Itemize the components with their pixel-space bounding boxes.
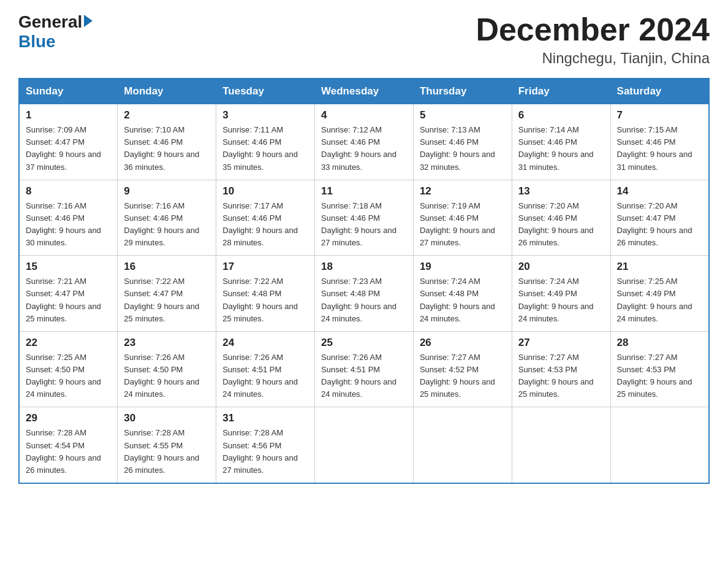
- day-info: Sunrise: 7:09 AMSunset: 4:47 PMDaylight:…: [26, 124, 111, 174]
- day-info: Sunrise: 7:13 AMSunset: 4:46 PMDaylight:…: [420, 124, 506, 174]
- day-info: Sunrise: 7:14 AMSunset: 4:46 PMDaylight:…: [518, 124, 604, 174]
- calendar-cell: [413, 407, 512, 483]
- calendar-cell: 9Sunrise: 7:16 AMSunset: 4:46 PMDaylight…: [118, 180, 216, 256]
- day-number: 1: [26, 109, 111, 121]
- calendar-cell: 22Sunrise: 7:25 AMSunset: 4:50 PMDayligh…: [19, 331, 118, 407]
- day-info: Sunrise: 7:25 AMSunset: 4:49 PMDaylight:…: [617, 275, 702, 325]
- day-number: 31: [222, 412, 308, 424]
- header-tuesday: Tuesday: [216, 79, 315, 104]
- calendar-cell: 2Sunrise: 7:10 AMSunset: 4:46 PMDaylight…: [118, 104, 216, 180]
- day-number: 14: [617, 185, 702, 197]
- day-number: 19: [420, 261, 506, 273]
- day-info: Sunrise: 7:16 AMSunset: 4:46 PMDaylight:…: [124, 200, 210, 250]
- calendar-week-row: 1Sunrise: 7:09 AMSunset: 4:47 PMDaylight…: [19, 104, 709, 180]
- calendar-cell: 15Sunrise: 7:21 AMSunset: 4:47 PMDayligh…: [19, 256, 118, 332]
- day-info: Sunrise: 7:25 AMSunset: 4:50 PMDaylight:…: [26, 351, 111, 401]
- day-info: Sunrise: 7:22 AMSunset: 4:48 PMDaylight:…: [222, 275, 308, 325]
- day-number: 9: [124, 185, 210, 197]
- day-number: 21: [617, 261, 702, 273]
- day-number: 5: [420, 109, 506, 121]
- title-block: December 2024 Ningchegu, Tianjin, China: [476, 12, 710, 67]
- calendar-cell: 10Sunrise: 7:17 AMSunset: 4:46 PMDayligh…: [216, 180, 315, 256]
- calendar-cell: 4Sunrise: 7:12 AMSunset: 4:46 PMDaylight…: [315, 104, 414, 180]
- day-number: 2: [124, 109, 210, 121]
- calendar-week-row: 15Sunrise: 7:21 AMSunset: 4:47 PMDayligh…: [19, 256, 709, 332]
- calendar-cell: 21Sunrise: 7:25 AMSunset: 4:49 PMDayligh…: [610, 256, 709, 332]
- calendar-cell: 12Sunrise: 7:19 AMSunset: 4:46 PMDayligh…: [413, 180, 512, 256]
- day-info: Sunrise: 7:28 AMSunset: 4:55 PMDaylight:…: [124, 427, 210, 477]
- calendar-cell: 28Sunrise: 7:27 AMSunset: 4:53 PMDayligh…: [610, 331, 709, 407]
- day-number: 27: [518, 337, 604, 349]
- calendar-week-row: 22Sunrise: 7:25 AMSunset: 4:50 PMDayligh…: [19, 331, 709, 407]
- calendar-cell: 1Sunrise: 7:09 AMSunset: 4:47 PMDaylight…: [19, 104, 118, 180]
- day-info: Sunrise: 7:16 AMSunset: 4:46 PMDaylight:…: [26, 200, 111, 250]
- calendar-week-row: 8Sunrise: 7:16 AMSunset: 4:46 PMDaylight…: [19, 180, 709, 256]
- day-number: 30: [124, 412, 210, 424]
- day-info: Sunrise: 7:26 AMSunset: 4:51 PMDaylight:…: [321, 351, 407, 401]
- header-friday: Friday: [512, 79, 610, 104]
- calendar-cell: 29Sunrise: 7:28 AMSunset: 4:54 PMDayligh…: [19, 407, 118, 483]
- day-number: 15: [26, 261, 111, 273]
- day-number: 3: [222, 109, 308, 121]
- header-sunday: Sunday: [19, 79, 118, 104]
- calendar-cell: 8Sunrise: 7:16 AMSunset: 4:46 PMDaylight…: [19, 180, 118, 256]
- day-info: Sunrise: 7:24 AMSunset: 4:49 PMDaylight:…: [518, 275, 604, 325]
- header-thursday: Thursday: [413, 79, 512, 104]
- day-number: 10: [222, 185, 308, 197]
- month-title: December 2024: [476, 12, 710, 47]
- logo-blue-text: Blue: [18, 32, 56, 52]
- logo-general-text: General: [18, 12, 82, 32]
- day-info: Sunrise: 7:24 AMSunset: 4:48 PMDaylight:…: [420, 275, 506, 325]
- day-info: Sunrise: 7:10 AMSunset: 4:46 PMDaylight:…: [124, 124, 210, 174]
- day-info: Sunrise: 7:11 AMSunset: 4:46 PMDaylight:…: [222, 124, 308, 174]
- day-info: Sunrise: 7:21 AMSunset: 4:47 PMDaylight:…: [26, 275, 111, 325]
- calendar-cell: 5Sunrise: 7:13 AMSunset: 4:46 PMDaylight…: [413, 104, 512, 180]
- day-info: Sunrise: 7:23 AMSunset: 4:48 PMDaylight:…: [321, 275, 407, 325]
- header-monday: Monday: [118, 79, 216, 104]
- calendar-cell: 7Sunrise: 7:15 AMSunset: 4:46 PMDaylight…: [610, 104, 709, 180]
- calendar-cell: 25Sunrise: 7:26 AMSunset: 4:51 PMDayligh…: [315, 331, 414, 407]
- calendar-cell: [315, 407, 414, 483]
- calendar-cell: 23Sunrise: 7:26 AMSunset: 4:50 PMDayligh…: [118, 331, 216, 407]
- calendar-week-row: 29Sunrise: 7:28 AMSunset: 4:54 PMDayligh…: [19, 407, 709, 483]
- day-info: Sunrise: 7:27 AMSunset: 4:53 PMDaylight:…: [617, 351, 702, 401]
- day-number: 29: [26, 412, 111, 424]
- calendar-cell: 31Sunrise: 7:28 AMSunset: 4:56 PMDayligh…: [216, 407, 315, 483]
- calendar-cell: 11Sunrise: 7:18 AMSunset: 4:46 PMDayligh…: [315, 180, 414, 256]
- day-number: 7: [617, 109, 702, 121]
- day-number: 24: [222, 337, 308, 349]
- day-info: Sunrise: 7:28 AMSunset: 4:54 PMDaylight:…: [26, 427, 111, 477]
- day-number: 28: [617, 337, 702, 349]
- day-info: Sunrise: 7:26 AMSunset: 4:51 PMDaylight:…: [222, 351, 308, 401]
- calendar-cell: [610, 407, 709, 483]
- calendar-cell: 6Sunrise: 7:14 AMSunset: 4:46 PMDaylight…: [512, 104, 610, 180]
- day-number: 22: [26, 337, 111, 349]
- day-info: Sunrise: 7:27 AMSunset: 4:53 PMDaylight:…: [518, 351, 604, 401]
- day-number: 26: [420, 337, 506, 349]
- day-info: Sunrise: 7:22 AMSunset: 4:47 PMDaylight:…: [124, 275, 210, 325]
- day-number: 18: [321, 261, 407, 273]
- calendar-cell: 17Sunrise: 7:22 AMSunset: 4:48 PMDayligh…: [216, 256, 315, 332]
- calendar-cell: 30Sunrise: 7:28 AMSunset: 4:55 PMDayligh…: [118, 407, 216, 483]
- calendar-cell: 18Sunrise: 7:23 AMSunset: 4:48 PMDayligh…: [315, 256, 414, 332]
- calendar-cell: 19Sunrise: 7:24 AMSunset: 4:48 PMDayligh…: [413, 256, 512, 332]
- day-info: Sunrise: 7:28 AMSunset: 4:56 PMDaylight:…: [222, 427, 308, 477]
- day-number: 16: [124, 261, 210, 273]
- calendar-cell: 16Sunrise: 7:22 AMSunset: 4:47 PMDayligh…: [118, 256, 216, 332]
- page-header: General Blue December 2024 Ningchegu, Ti…: [18, 12, 710, 67]
- day-number: 4: [321, 109, 407, 121]
- day-number: 25: [321, 337, 407, 349]
- header-wednesday: Wednesday: [315, 79, 414, 104]
- logo-arrow-icon: [84, 15, 93, 27]
- day-info: Sunrise: 7:15 AMSunset: 4:46 PMDaylight:…: [617, 124, 702, 174]
- day-number: 13: [518, 185, 604, 197]
- calendar-cell: [512, 407, 610, 483]
- day-number: 23: [124, 337, 210, 349]
- calendar-cell: 13Sunrise: 7:20 AMSunset: 4:46 PMDayligh…: [512, 180, 610, 256]
- calendar-cell: 27Sunrise: 7:27 AMSunset: 4:53 PMDayligh…: [512, 331, 610, 407]
- day-info: Sunrise: 7:20 AMSunset: 4:47 PMDaylight:…: [617, 200, 702, 250]
- calendar-cell: 26Sunrise: 7:27 AMSunset: 4:52 PMDayligh…: [413, 331, 512, 407]
- day-number: 12: [420, 185, 506, 197]
- day-number: 17: [222, 261, 308, 273]
- day-info: Sunrise: 7:12 AMSunset: 4:46 PMDaylight:…: [321, 124, 407, 174]
